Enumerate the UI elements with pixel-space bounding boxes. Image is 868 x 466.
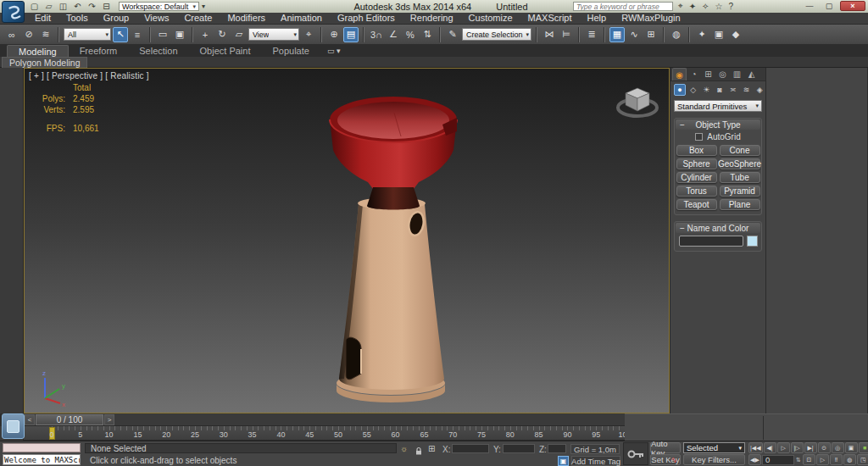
- menu-item-tools[interactable]: Tools: [58, 13, 96, 24]
- rectangular-selection-region-icon[interactable]: ▭: [155, 27, 170, 42]
- hierarchy-tab-icon[interactable]: ⊞: [701, 68, 715, 80]
- primitive-button-teapot[interactable]: Teapot: [676, 199, 717, 210]
- ribbon-minimize-icon[interactable]: ▭ ▾: [327, 45, 341, 57]
- perspective-viewport[interactable]: [ + ] [ Perspective ] [ Realistic ] Tota…: [24, 68, 670, 413]
- primitive-button-cone[interactable]: Cone: [720, 145, 760, 156]
- project-folder-icon[interactable]: ⊟: [101, 1, 112, 12]
- set-keys-button[interactable]: [623, 442, 648, 465]
- orbit-button[interactable]: ◍: [843, 454, 856, 465]
- curve-editor-icon[interactable]: ∿: [626, 27, 642, 42]
- spinner-snap-toggle-icon[interactable]: ⇅: [420, 27, 435, 42]
- track-bar[interactable]: 0510152025303540455055606570758085909510…: [24, 426, 625, 441]
- select-object-icon[interactable]: ↖: [113, 27, 128, 42]
- frame-spinner-icon[interactable]: ⇅: [796, 457, 801, 463]
- selection-lock-icon[interactable]: [415, 444, 423, 459]
- ribbon-tab-modeling[interactable]: Modeling: [7, 45, 69, 57]
- ribbon-tab-freeform[interactable]: Freeform: [69, 45, 129, 57]
- select-and-move-icon[interactable]: +: [198, 27, 213, 42]
- menu-item-help[interactable]: Help: [580, 13, 615, 24]
- redo-icon[interactable]: ↷: [86, 1, 97, 12]
- menu-item-animation[interactable]: Animation: [273, 13, 330, 24]
- window-crossing-toggle-icon[interactable]: ▣: [172, 27, 187, 42]
- viewport-label[interactable]: [ + ] [ Perspective ] [ Realistic ]: [29, 71, 149, 80]
- go-to-end-button[interactable]: ▶|: [804, 442, 817, 453]
- communication-center-icon[interactable]: ✧: [702, 2, 709, 11]
- auto-key-button[interactable]: Auto Key: [650, 442, 681, 453]
- open-file-icon[interactable]: ▱: [43, 1, 54, 12]
- render-production-icon[interactable]: ◆: [728, 27, 743, 42]
- select-and-scale-icon[interactable]: ▱: [231, 27, 247, 42]
- add-time-tag-button[interactable]: Add Time Tag: [571, 456, 620, 466]
- bind-to-space-warp-icon[interactable]: ≋: [38, 27, 53, 42]
- search-input[interactable]: [574, 3, 672, 10]
- motion-tab-icon[interactable]: ◎: [715, 68, 730, 80]
- menu-item-create[interactable]: Create: [176, 13, 220, 24]
- named-selection-set-dropdown[interactable]: Create Selection Se▾: [462, 28, 531, 41]
- name-and-color-rollout-header[interactable]: − Name and Color: [676, 223, 760, 233]
- object-name-field[interactable]: [679, 236, 743, 247]
- select-by-name-icon[interactable]: ≡: [130, 27, 145, 42]
- current-frame-field[interactable]: 0: [762, 455, 794, 465]
- menu-item-group[interactable]: Group: [96, 13, 137, 24]
- schematic-view-icon[interactable]: ⊞: [643, 27, 659, 42]
- key-step-toggle-button[interactable]: ◀▶: [748, 454, 761, 465]
- maxscript-mini-listener-output[interactable]: Welcome to MAXScrip: [3, 454, 81, 465]
- edit-named-selection-sets-icon[interactable]: ✎: [445, 27, 460, 42]
- render-setup-icon[interactable]: ✦: [694, 27, 709, 42]
- restore-button[interactable]: ▢: [821, 1, 837, 11]
- ribbon-tab-populate[interactable]: Populate: [261, 45, 320, 57]
- menu-item-edit[interactable]: Edit: [27, 13, 58, 24]
- x-coordinate-field[interactable]: [452, 444, 489, 453]
- graphite-ribbon-toggle-icon[interactable]: ▦: [609, 27, 625, 42]
- align-icon[interactable]: ⊨: [559, 27, 574, 42]
- viewcube[interactable]: [615, 82, 660, 126]
- primitive-button-sphere[interactable]: Sphere: [676, 158, 717, 169]
- transform-gizmo-icon[interactable]: ⊞: [428, 444, 435, 453]
- mirror-icon[interactable]: ⋈: [542, 27, 557, 42]
- isolate-selection-icon[interactable]: ☼: [400, 444, 408, 453]
- menu-item-modifiers[interactable]: Modifiers: [220, 13, 273, 24]
- snap-toggle-3d-icon[interactable]: 3∩: [369, 27, 384, 42]
- menu-item-maxscript[interactable]: MAXScript: [520, 13, 580, 24]
- previous-frame-button[interactable]: <: [25, 414, 35, 425]
- workspace-extra-dropdown-icon[interactable]: ▾: [202, 3, 205, 10]
- app-logo-icon[interactable]: [2, 1, 25, 23]
- ribbon-tab-object-paint[interactable]: Object Paint: [189, 45, 262, 57]
- primitive-button-plane[interactable]: Plane: [720, 199, 760, 210]
- infocenter-search[interactable]: [573, 2, 673, 11]
- zoom-button[interactable]: ◎: [832, 442, 844, 453]
- menu-item-customize[interactable]: Customize: [461, 13, 520, 24]
- favorites-star-icon[interactable]: ☆: [715, 2, 722, 11]
- previous-frame-button[interactable]: ◀|: [764, 442, 776, 453]
- primitive-button-geosphere[interactable]: GeoSphere: [720, 158, 760, 169]
- zoom-region-button[interactable]: ⊡: [803, 454, 815, 465]
- use-pivot-point-center-icon[interactable]: ⌖: [301, 27, 316, 42]
- maximize-viewport-toggle-button[interactable]: ◳: [857, 454, 868, 465]
- shapes-icon[interactable]: ◇: [687, 84, 699, 96]
- selection-filter-dropdown[interactable]: All▾: [64, 28, 111, 41]
- lights-icon[interactable]: ☀: [700, 84, 712, 96]
- save-file-icon[interactable]: ◫: [58, 1, 69, 12]
- zoom-all-button[interactable]: ▣: [845, 442, 858, 453]
- object-type-rollout-header[interactable]: − Object Type: [676, 119, 760, 130]
- primitive-category-dropdown[interactable]: Standard Primitives ▾: [674, 100, 762, 112]
- go-to-start-button[interactable]: |◀◀: [748, 442, 763, 453]
- rendered-frame-window-icon[interactable]: ▣: [711, 27, 726, 42]
- pan-view-button[interactable]: ▷: [816, 454, 829, 465]
- key-filters-button[interactable]: Key Filters...: [683, 454, 745, 465]
- play-animation-button[interactable]: ▷: [777, 442, 790, 453]
- menu-item-graph-editors[interactable]: Graph Editors: [330, 13, 403, 24]
- zoom-extents-button[interactable]: ■: [859, 442, 868, 453]
- close-button[interactable]: ×: [840, 1, 865, 11]
- time-slider-handle[interactable]: 0 / 100: [36, 414, 103, 425]
- create-tab-icon[interactable]: ◉: [672, 68, 687, 80]
- unlink-selection-icon[interactable]: ⊘: [21, 27, 36, 42]
- select-and-rotate-icon[interactable]: ↻: [214, 27, 230, 42]
- viewport-layout-tab[interactable]: [2, 413, 25, 439]
- tab-polygon-modeling[interactable]: Polygon Modeling: [2, 57, 87, 68]
- walk-through-button[interactable]: ‼: [830, 454, 843, 465]
- modify-tab-icon[interactable]: ◔: [687, 68, 701, 80]
- workspace-dropdown[interactable]: Workspace: Default ▾: [119, 2, 199, 11]
- primitive-button-pyramid[interactable]: Pyramid: [720, 186, 760, 197]
- reference-coordinate-system-dropdown[interactable]: View▾: [248, 28, 299, 41]
